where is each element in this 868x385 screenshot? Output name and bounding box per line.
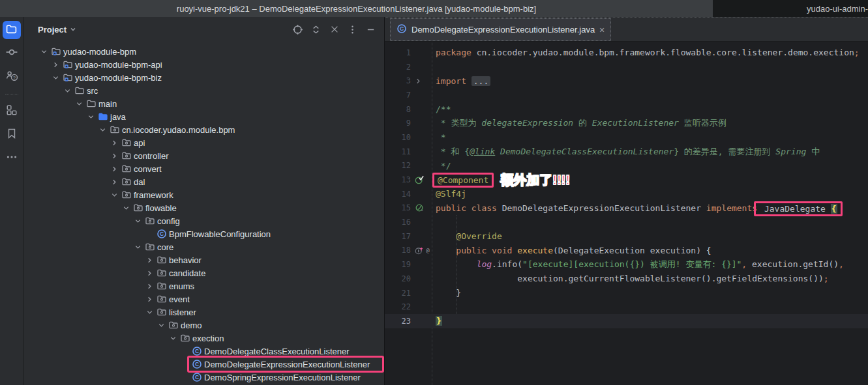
- line-number[interactable]: 14: [385, 190, 413, 199]
- tree-item-demo[interactable]: demo: [23, 319, 384, 332]
- line-number[interactable]: 1: [385, 48, 413, 57]
- chevron-down-icon[interactable]: [133, 216, 142, 225]
- tree-item-flowable[interactable]: flowable: [23, 201, 384, 214]
- code-line-9[interactable]: 9 * 类型为 delegateExpression 的 ExecutionLi…: [385, 116, 868, 130]
- chevron-down-icon[interactable]: [157, 321, 166, 330]
- tree-item-yudao-module-bpm[interactable]: yudao-module-bpm: [23, 45, 384, 58]
- close-icon[interactable]: ×: [599, 25, 605, 35]
- hide-panel-icon[interactable]: [365, 24, 376, 35]
- code-line-16[interactable]: 16: [385, 215, 868, 229]
- tree-item-api[interactable]: api: [23, 136, 384, 149]
- tree-item-behavior[interactable]: behavior: [23, 253, 384, 266]
- tree-item-DemoSpringExpressionExecutionListener[interactable]: CDemoSpringExpressionExecutionListener: [23, 371, 384, 384]
- options-menu-icon[interactable]: [347, 24, 358, 35]
- fold-arrow-icon[interactable]: [415, 78, 422, 85]
- activity-bar-item-bookmarks[interactable]: [3, 126, 21, 144]
- line-number[interactable]: 9: [385, 119, 413, 128]
- chevron-right-icon[interactable]: [110, 177, 119, 186]
- tree-item-cn.iocoder.yudao.module.bpm[interactable]: cn.iocoder.yudao.module.bpm: [23, 123, 384, 136]
- code-line-15[interactable]: 15public class DemoDelegateExpressionExe…: [385, 201, 868, 216]
- chevron-right-icon[interactable]: [145, 255, 154, 264]
- code-line-17[interactable]: 17 @Override: [385, 229, 868, 244]
- tree-item-config[interactable]: config: [23, 214, 384, 227]
- code-line-21[interactable]: 21 }: [385, 286, 868, 300]
- code-line-20[interactable]: 20 execution.getCurrentFlowableListener(…: [385, 272, 868, 286]
- line-number[interactable]: 19: [385, 260, 413, 269]
- tree-item-listener[interactable]: listener: [23, 306, 384, 319]
- chevron-right-icon[interactable]: [51, 60, 60, 69]
- code-line-14[interactable]: 14@Slf4j: [385, 187, 868, 201]
- tree-item-main[interactable]: main: [23, 97, 384, 110]
- chevron-right-icon[interactable]: [110, 138, 119, 147]
- activity-bar-item-pull-requests[interactable]: ?: [3, 68, 21, 86]
- line-number[interactable]: 15: [385, 203, 413, 212]
- tree-item-controller[interactable]: controller: [23, 149, 384, 162]
- chevron-down-icon[interactable]: [110, 190, 119, 199]
- line-number[interactable]: 3: [385, 76, 413, 85]
- chevron-down-icon[interactable]: [51, 73, 60, 82]
- line-number[interactable]: 21: [385, 289, 413, 298]
- line-number[interactable]: 18: [385, 246, 413, 255]
- tree-item-yudao-module-bpm-api[interactable]: yudao-module-bpm-api: [23, 58, 384, 71]
- activity-bar-item-more-tool-windows[interactable]: [3, 149, 21, 167]
- tree-item-java[interactable]: java: [23, 110, 384, 123]
- line-number[interactable]: 8: [385, 105, 413, 114]
- chevron-down-icon[interactable]: [98, 125, 107, 134]
- line-number[interactable]: 7: [385, 91, 413, 100]
- chevron-right-icon[interactable]: [110, 151, 119, 160]
- tree-item-DemoDelegateExpressionExecutionListener[interactable]: CDemoDelegateExpressionExecutionListener: [23, 358, 384, 371]
- code-line-19[interactable]: 19 log.info("[execute][execution({}) 被调用…: [385, 257, 868, 272]
- code-line-13[interactable]: 13@Component额外加了!!!!: [385, 173, 868, 187]
- code-line-7[interactable]: 7: [385, 88, 868, 102]
- chevron-right-icon[interactable]: [145, 294, 154, 304]
- tree-item-BpmFlowableConfiguration[interactable]: CBpmFlowableConfiguration: [23, 227, 384, 240]
- tree-item-DemoDelegateClassExecutionListener[interactable]: CDemoDelegateClassExecutionListener: [23, 345, 384, 358]
- line-number[interactable]: 17: [385, 232, 413, 241]
- chevron-down-icon[interactable]: [74, 99, 83, 108]
- spring-bean-icon[interactable]: [415, 203, 424, 212]
- code-line-1[interactable]: 1package cn.iocoder.yudao.module.bpm.fra…: [385, 46, 868, 60]
- code-line-3[interactable]: 3import ...: [385, 74, 868, 88]
- activity-bar-item-commit[interactable]: [3, 44, 21, 63]
- chevron-right-icon[interactable]: [145, 281, 154, 291]
- tree-item-exection[interactable]: exection: [23, 332, 384, 345]
- line-number[interactable]: 2: [385, 63, 413, 72]
- code-line-12[interactable]: 12 */: [385, 159, 868, 173]
- chevron-right-icon[interactable]: [145, 268, 154, 278]
- code-line-2[interactable]: 2: [385, 60, 868, 74]
- chevron-down-icon[interactable]: [86, 112, 95, 121]
- code-line-10[interactable]: 10 *: [385, 130, 868, 145]
- collapse-all-icon[interactable]: [329, 24, 340, 35]
- tree-item-core[interactable]: core: [23, 240, 384, 253]
- tree-item-event[interactable]: event: [23, 292, 384, 306]
- spring-check-icon[interactable]: [415, 175, 424, 184]
- tree-item-framework[interactable]: framework: [23, 188, 384, 201]
- code-line-22[interactable]: 22: [385, 300, 868, 314]
- chevron-down-icon[interactable]: [145, 307, 154, 317]
- chevron-down-icon[interactable]: [63, 86, 72, 95]
- expand-collapse-icon[interactable]: [310, 24, 322, 35]
- line-number[interactable]: 13: [385, 175, 413, 184]
- line-number[interactable]: 23: [385, 317, 413, 326]
- editor-tab[interactable]: C DemoDelegateExpressionExecutionListene…: [390, 18, 611, 41]
- code-line-8[interactable]: 8/**: [385, 102, 868, 117]
- chevron-down-icon[interactable]: [168, 334, 177, 343]
- chevron-down-icon[interactable]: [121, 203, 130, 212]
- line-number[interactable]: 10: [385, 133, 413, 142]
- chevron-right-icon[interactable]: [110, 164, 119, 173]
- chevron-down-icon[interactable]: [39, 47, 48, 56]
- tree-item-dal[interactable]: dal: [23, 175, 384, 188]
- line-number[interactable]: 20: [385, 274, 413, 283]
- tree-item-yudao-module-bpm-biz[interactable]: yudao-module-bpm-biz: [23, 71, 384, 84]
- code-line-18[interactable]: 18@ public void execute(DelegateExecutio…: [385, 244, 868, 258]
- chevron-down-icon[interactable]: [133, 242, 142, 251]
- activity-bar-item-project[interactable]: [3, 21, 21, 39]
- tree-item-enums[interactable]: enums: [23, 279, 384, 292]
- code-editor[interactable]: 1package cn.iocoder.yudao.module.bpm.fra…: [385, 42, 868, 385]
- override-icon[interactable]: [415, 246, 423, 255]
- select-opened-file-icon[interactable]: [292, 24, 303, 35]
- project-panel-title[interactable]: Project: [38, 25, 76, 35]
- activity-bar-item-structure[interactable]: [3, 102, 21, 121]
- line-number[interactable]: 11: [385, 147, 413, 156]
- tree-item-src[interactable]: src: [23, 84, 384, 97]
